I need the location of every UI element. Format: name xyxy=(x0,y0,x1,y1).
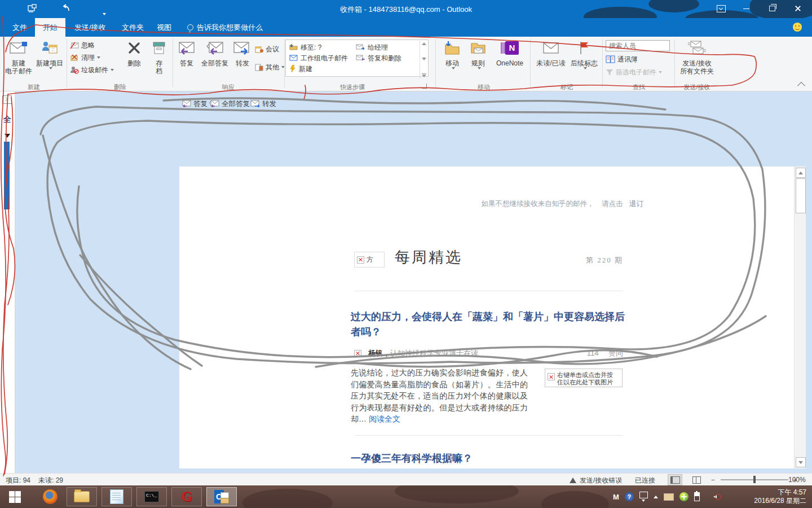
tell-me-box[interactable]: 告诉我你想要做什么 xyxy=(179,18,271,37)
junk-button[interactable]: 垃圾邮件 xyxy=(70,64,114,76)
delete-button[interactable]: 删除 xyxy=(121,38,148,67)
taskbar-notepad[interactable] xyxy=(102,487,132,506)
reading-view-button[interactable] xyxy=(689,474,704,485)
send-receive-error-text[interactable]: 发送/接收错误 xyxy=(580,476,622,485)
move-button[interactable]: 移动 xyxy=(440,38,465,69)
taskbar-clock[interactable]: 下午 4:57 2016/6/28 星期二 xyxy=(754,488,806,505)
unsubscribe-line: 如果不想继续接收来自知乎的邮件， 请点击 退订 xyxy=(334,199,643,209)
normal-view-button[interactable] xyxy=(668,474,682,485)
lightning-icon xyxy=(289,65,296,74)
tab-file[interactable]: 文件 xyxy=(5,18,35,37)
tray-m-icon[interactable]: M xyxy=(613,493,619,501)
reply-all-button[interactable]: 全部答复 xyxy=(198,38,231,67)
divider xyxy=(354,291,623,291)
restore-button[interactable] xyxy=(762,0,782,17)
feedback-smiley-icon[interactable] xyxy=(793,23,802,32)
archive-icon xyxy=(152,38,166,58)
more-respond-button[interactable]: 其他 xyxy=(255,62,285,73)
tab-view[interactable]: 视图 xyxy=(149,18,179,37)
tray-network-icon[interactable] xyxy=(705,493,708,501)
scroll-down-button[interactable] xyxy=(796,457,806,467)
ribbon-display-options-button[interactable] xyxy=(712,0,731,17)
unsubscribe-link[interactable]: 退订 xyxy=(629,200,643,208)
expand-folder-pane-icon[interactable] xyxy=(2,95,12,104)
tray-show-hidden-icons[interactable] xyxy=(654,496,658,498)
reading-pane-scrollbar[interactable] xyxy=(794,167,806,468)
group-label-quick-steps: 快速步骤 xyxy=(285,83,420,91)
minimize-button[interactable] xyxy=(736,0,756,17)
taskbar-file-explorer[interactable] xyxy=(67,487,97,506)
group-label-respond: 响应 xyxy=(175,83,282,91)
quick-step-reply-delete[interactable]: 答复和删除 xyxy=(356,54,401,63)
quick-step-move-to[interactable]: 移至: ? xyxy=(289,43,321,52)
quick-step-team-email[interactable]: 工作组电子邮件 xyxy=(289,54,348,63)
lightbulb-icon xyxy=(187,24,193,30)
blocked-image-placeholder[interactable]: 右键单击或点击并按住以在此处下载图片 xyxy=(545,369,623,387)
tab-send-receive[interactable]: 发送/接收 xyxy=(67,18,114,37)
taskbar-command-prompt[interactable]: C:\_ xyxy=(136,487,167,506)
reading-reply-all-link[interactable]: 全部答复 xyxy=(209,99,250,109)
reading-reply-link[interactable]: 答复 xyxy=(182,99,208,109)
article2-title[interactable]: 一孕傻三年有科学根据嘛？ xyxy=(351,451,625,466)
collapse-ribbon-chevron[interactable] xyxy=(797,82,805,90)
onenote-button[interactable]: N OneNote xyxy=(492,38,528,67)
folder-pane-wedge-icon xyxy=(5,134,10,138)
tray-help-icon[interactable]: ? xyxy=(625,492,634,501)
close-button[interactable] xyxy=(788,0,807,17)
new-email-button[interactable]: 新建 电子邮件 xyxy=(3,38,34,75)
taskbar-firefox[interactable] xyxy=(35,487,65,506)
group-label-send-receive: 发送/接收 xyxy=(678,83,716,91)
author-row: 杨钒， 认知神经科学专业博士在读 114 赞同 xyxy=(354,348,623,358)
reading-forward-link[interactable]: 转发 xyxy=(250,99,276,109)
divider xyxy=(354,435,623,436)
search-people-input[interactable] xyxy=(606,40,670,51)
send-receive-all-button[interactable]: 发送/接收 所有文件夹 xyxy=(678,38,716,75)
newsletter-logo-placeholder: 方 xyxy=(354,252,385,268)
tray-window-icon[interactable] xyxy=(639,492,648,502)
quick-step-to-manager[interactable]: 给经理 xyxy=(356,43,388,52)
ignore-button[interactable]: 忽略 xyxy=(70,40,95,51)
archive-button[interactable]: 存 档 xyxy=(148,38,170,75)
taskbar-outlook-active[interactable]: O xyxy=(206,487,237,506)
quick-step-new[interactable]: 新建 xyxy=(289,64,312,74)
status-bar: 项目: 94 未读: 29 发送/接收错误 已连接 － ＋ 100% xyxy=(0,473,812,486)
group-label-find: 查找 xyxy=(606,83,672,91)
vote-count: 114 赞同 xyxy=(587,348,623,358)
scroll-up-button[interactable] xyxy=(796,168,806,178)
send-receive-error-icon[interactable] xyxy=(570,477,576,485)
article-title[interactable]: 过大的压力，会使得人在「蔬菜」和「薯片」中更容易选择后者吗？ xyxy=(351,309,625,340)
start-button[interactable] xyxy=(9,491,21,503)
unread-read-button[interactable]: 未读/已读 xyxy=(533,38,568,67)
follow-up-flag-button[interactable]: 后续标志 xyxy=(568,38,600,69)
zoom-slider-thumb[interactable] xyxy=(753,476,756,483)
quick-steps-dialog-launcher[interactable] xyxy=(422,84,427,89)
tab-folder[interactable]: 文件夹 xyxy=(114,18,152,37)
cleanup-button[interactable]: 清理 xyxy=(70,52,100,63)
zoom-out-button[interactable]: － xyxy=(709,475,716,485)
address-book-button[interactable]: 通讯簿 xyxy=(606,54,638,65)
broken-image-icon xyxy=(548,373,555,380)
folder-pane-collapsed[interactable]: 全 xyxy=(0,91,15,473)
rules-button[interactable]: 规则 xyxy=(466,38,491,69)
zoom-level[interactable]: 100% xyxy=(788,476,806,484)
read-more-link[interactable]: 阅读全文 xyxy=(369,414,400,423)
folder-pane-selection-bar[interactable] xyxy=(4,142,10,209)
clock-date: 2016/6/28 星期二 xyxy=(754,497,806,505)
author-bio: 认知神经科学专业博士在读 xyxy=(390,348,478,358)
meeting-icon xyxy=(255,46,263,53)
meeting-button[interactable]: 会议 xyxy=(255,43,279,55)
tray-volume-muted-icon[interactable] xyxy=(713,493,721,501)
new-items-button[interactable]: 新建项目 xyxy=(35,38,64,69)
scrollbar-thumb[interactable] xyxy=(796,178,806,213)
reply-button[interactable]: 答复 xyxy=(175,38,198,67)
quick-steps-scroll[interactable] xyxy=(420,41,427,79)
tray-mail-icon[interactable] xyxy=(664,493,674,501)
tray-safety-icon[interactable] xyxy=(679,492,689,501)
author-name[interactable]: 杨钒， xyxy=(368,348,390,358)
tray-battery-icon[interactable] xyxy=(694,492,700,501)
message-body-viewport: 如果不想继续接收来自知乎的邮件， 请点击 退订 方 每周精选 第 220 期 过… xyxy=(179,167,794,468)
forward-button[interactable]: 转发 xyxy=(231,38,254,67)
taskbar-g-app[interactable]: G xyxy=(171,487,202,506)
filter-email-button[interactable]: 筛选电子邮件 xyxy=(606,67,662,78)
tab-home[interactable]: 开始 xyxy=(35,18,65,37)
